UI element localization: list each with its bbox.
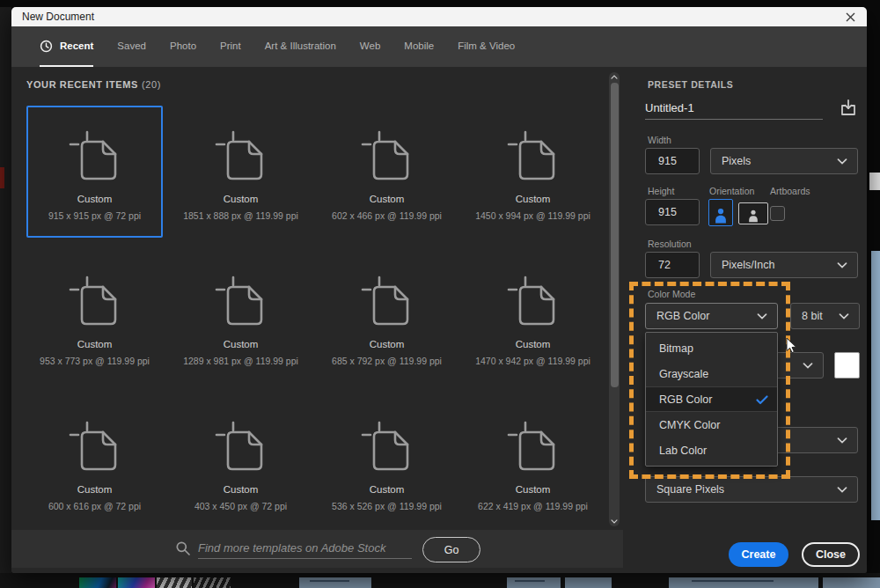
menu-item-rgb-color[interactable]: RGB Color (646, 386, 777, 412)
color-mode-menu: Bitmap Grayscale RGB Color CMYK Color La… (645, 332, 778, 467)
recent-item-name: Custom (516, 339, 551, 349)
tab-label: Web (360, 40, 380, 51)
background-color-swatch[interactable] (834, 352, 860, 379)
tab-label: Print (220, 40, 241, 51)
menu-item-lab-color[interactable]: Lab Color (646, 437, 777, 463)
resolution-field[interactable] (645, 252, 700, 278)
chevron-down-icon (837, 487, 847, 493)
recent-items-heading-text: YOUR RECENT ITEMS (26, 79, 138, 90)
tab-print[interactable]: Print (220, 26, 241, 67)
menu-item-cmyk-color[interactable]: CMYK Color (646, 412, 777, 437)
recent-item[interactable]: Custom 622 x 419 px @ 119.99 ppi (465, 396, 601, 528)
chevron-down-icon (837, 437, 847, 444)
background-thumbnail (118, 577, 155, 588)
background-red-mark (0, 167, 4, 188)
adobe-stock-searchbar: Go (11, 530, 623, 568)
chevron-down-icon (803, 363, 813, 369)
recent-item-name: Custom (370, 339, 405, 349)
width-label: Width (648, 135, 671, 145)
background-thumbnail (194, 577, 231, 588)
orientation-landscape-button[interactable] (738, 202, 768, 224)
recent-item[interactable]: Custom 403 x 450 px @ 72 ppi (172, 396, 309, 528)
artboards-label: Artboards (770, 186, 810, 196)
recent-item[interactable]: Custom 953 x 773 px @ 119.99 ppi (26, 251, 163, 383)
recent-item-name: Custom (224, 194, 259, 204)
background-blue-sliver (871, 251, 880, 520)
document-name-field[interactable] (645, 97, 823, 120)
background-panel (299, 577, 371, 588)
recent-item-dims: 403 x 450 px @ 72 ppi (194, 501, 287, 511)
screen: New Document Recent Saved Photo Print Ar… (0, 0, 880, 588)
orientation-portrait-button[interactable] (708, 199, 733, 226)
recent-item[interactable]: Custom 1851 x 888 px @ 119.99 ppi (172, 106, 309, 238)
recent-items-heading: YOUR RECENT ITEMS(20) (26, 79, 161, 90)
tab-photo[interactable]: Photo (170, 26, 196, 67)
create-button[interactable]: Create (729, 542, 788, 567)
dialog-tabbar: Recent Saved Photo Print Art & Illustrat… (11, 26, 867, 67)
bit-depth-dropdown[interactable]: 8 bit (790, 303, 860, 329)
save-preset-icon[interactable] (838, 98, 859, 119)
tab-film-video[interactable]: Film & Video (458, 26, 515, 67)
recent-item[interactable]: Custom 600 x 616 px @ 72 ppi (26, 396, 163, 528)
document-icon (213, 130, 269, 183)
recent-item-dims: 622 x 419 px @ 119.99 ppi (478, 501, 588, 511)
resolution-unit-value: Pixels/Inch (722, 259, 774, 271)
menu-item-grayscale[interactable]: Grayscale (646, 361, 777, 386)
recent-item-name: Custom (224, 484, 259, 495)
recent-item-dims: 1450 x 994 px @ 119.99 ppi (475, 210, 590, 221)
scroll-down-icon[interactable] (611, 519, 618, 524)
recent-item-dims: 600 x 616 px @ 72 ppi (48, 501, 141, 511)
width-field[interactable] (645, 148, 700, 174)
tab-label: Saved (117, 40, 146, 51)
tab-label: Film & Video (458, 40, 515, 51)
tab-web[interactable]: Web (360, 26, 380, 67)
recent-item-name: Custom (370, 194, 405, 204)
document-icon (67, 276, 123, 328)
document-icon (359, 276, 415, 328)
scrollbar-thumb[interactable] (611, 83, 619, 387)
search-icon (175, 540, 191, 556)
search-input[interactable] (198, 538, 412, 559)
artboards-checkbox[interactable] (770, 206, 785, 221)
recent-item[interactable]: Custom 602 x 466 px @ 119.99 ppi (319, 106, 455, 238)
tab-saved[interactable]: Saved (117, 26, 146, 67)
height-field[interactable] (645, 199, 700, 225)
menu-item-label: Grayscale (659, 368, 708, 380)
color-mode-dropdown[interactable]: RGB Color (645, 303, 778, 329)
tab-recent[interactable]: Recent (40, 26, 93, 67)
recent-item[interactable]: Custom 536 x 526 px @ 119.99 ppi (319, 396, 455, 528)
recent-items-count: (20) (142, 79, 161, 90)
background-panel (669, 577, 818, 588)
width-unit-value: Pixels (722, 155, 751, 167)
recent-item-selected[interactable]: Custom 915 x 915 px @ 72 ppi (26, 106, 163, 238)
recent-item-name: Custom (77, 339, 113, 349)
preset-details-heading: PRESET DETAILS (648, 79, 733, 90)
go-button[interactable]: Go (422, 537, 480, 562)
background-panel (507, 577, 561, 588)
recent-item[interactable]: Custom 1450 x 994 px @ 119.99 ppi (465, 106, 601, 238)
resolution-unit-dropdown[interactable]: Pixels/Inch (710, 252, 858, 278)
recent-item-dims: 685 x 792 px @ 119.99 ppi (332, 356, 442, 366)
tab-mobile[interactable]: Mobile (404, 26, 434, 67)
menu-item-label: RGB Color (659, 393, 712, 406)
close-icon[interactable] (844, 11, 856, 23)
pixel-aspect-ratio-dropdown[interactable]: Square Pixels (645, 476, 858, 503)
tab-label: Recent (60, 40, 93, 51)
grid-scrollbar[interactable] (609, 72, 620, 526)
recent-item-name: Custom (516, 194, 551, 204)
background-white-sliver (869, 173, 880, 190)
background-app-bottom-strip (0, 573, 880, 588)
recent-item-dims: 1289 x 981 px @ 119.99 ppi (183, 356, 298, 366)
width-unit-dropdown[interactable]: Pixels (710, 148, 858, 174)
recent-item[interactable]: Custom 1289 x 981 px @ 119.99 ppi (172, 251, 309, 383)
recent-item[interactable]: Custom 685 x 792 px @ 119.99 ppi (319, 251, 455, 383)
scroll-up-icon[interactable] (611, 75, 618, 79)
bit-depth-value: 8 bit (802, 310, 823, 322)
recent-item-name: Custom (370, 484, 405, 495)
menu-item-bitmap[interactable]: Bitmap (646, 335, 777, 361)
recent-item[interactable]: Custom 1470 x 942 px @ 119.99 ppi (465, 251, 601, 383)
close-button[interactable]: Close (802, 542, 860, 567)
background-thumbnail (79, 577, 116, 588)
tab-art-illustration[interactable]: Art & Illustration (265, 26, 336, 67)
menu-item-label: Lab Color (659, 445, 707, 457)
